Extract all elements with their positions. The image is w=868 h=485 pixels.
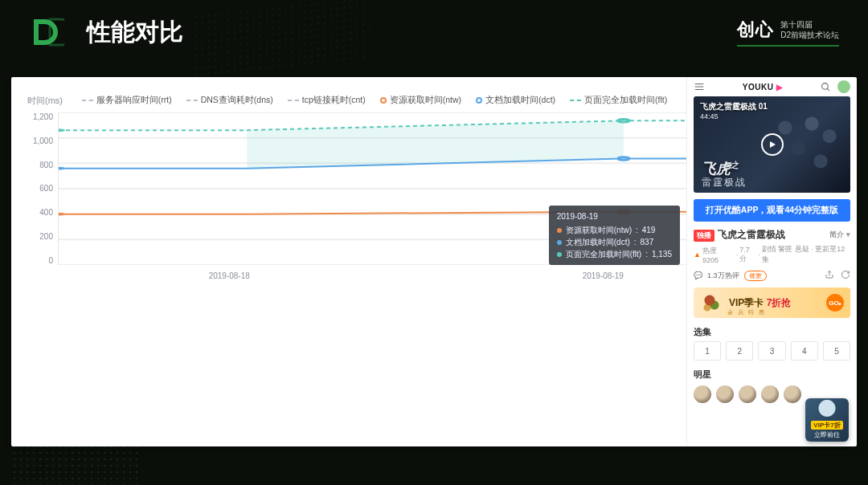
tooltip-row: 页面完全加载时间(flt):1,135 bbox=[557, 248, 672, 260]
chart-legend: 服务器响应时间(rrt) DNS查询耗时(dns) tcp链接耗时(cnt) 资… bbox=[63, 95, 686, 106]
y-tick: 1,000 bbox=[33, 137, 53, 145]
svg-point-10 bbox=[618, 157, 629, 160]
float-sub: 立即前往 bbox=[814, 430, 840, 439]
mobile-preview: YOUKU ▶ 飞虎之雷霆极战 01 44:45 飞虎之 雷霆极战 打开优酷AP… bbox=[686, 77, 857, 446]
episode-button[interactable]: 2 bbox=[726, 341, 753, 361]
open-app-button[interactable]: 打开优酷APP，观看44分钟完整版 bbox=[694, 199, 850, 222]
video-title: 独播飞虎之雷霆极战 bbox=[694, 228, 785, 242]
hero-episode-title: 飞虎之雷霆极战 01 bbox=[700, 101, 768, 112]
hero-duration: 44:45 bbox=[700, 112, 719, 120]
svg-point-13 bbox=[822, 83, 829, 89]
promo-text: VIP季卡 7折抢 bbox=[729, 296, 791, 310]
hero-logo-sub: 雷霆极战 bbox=[702, 176, 747, 190]
tooltip-row: 资源获取时间(ntw):419 bbox=[557, 224, 672, 236]
legend-dct[interactable]: 文档加载时间(dct) bbox=[476, 95, 555, 106]
cast-avatar[interactable] bbox=[716, 385, 734, 403]
svg-point-11 bbox=[59, 128, 65, 132]
x-tick: 2019-08-18 bbox=[209, 271, 250, 280]
event-name: D2前端技术论坛 bbox=[780, 30, 839, 40]
chart-area: 时间(ms) 服务器响应时间(rrt) DNS查询耗时(dns) tcp链接耗时… bbox=[11, 77, 686, 446]
promo-art-icon bbox=[700, 291, 724, 315]
cast-avatar[interactable] bbox=[694, 385, 711, 403]
slide-title: 性能对比 bbox=[87, 16, 183, 49]
y-tick: 400 bbox=[39, 208, 53, 217]
d2-logo-icon bbox=[29, 14, 64, 50]
event-brand: 创心 bbox=[737, 18, 774, 42]
legend-ntw[interactable]: 资源获取时间(ntw) bbox=[380, 95, 461, 106]
heat-icon: ▲ bbox=[694, 251, 701, 259]
menu-icon[interactable] bbox=[694, 81, 705, 92]
tooltip-row: 文档加载时间(dct):837 bbox=[557, 236, 672, 248]
y-tick: 1,200 bbox=[33, 112, 53, 121]
cast-heading: 明星 bbox=[687, 365, 857, 384]
episode-button[interactable]: 1 bbox=[694, 341, 721, 361]
x-tick: 2019-08-19 bbox=[583, 271, 624, 280]
youku-logo: YOUKU ▶ bbox=[743, 83, 783, 92]
avatar[interactable] bbox=[837, 80, 850, 93]
cast-avatar[interactable] bbox=[761, 385, 779, 403]
legend-cnt[interactable]: tcp链接耗时(cnt) bbox=[288, 95, 366, 106]
legend-flt[interactable]: 页面完全加载时间(flt) bbox=[570, 95, 667, 106]
vip-promo-banner[interactable]: VIP季卡 7折抢 会 员 特 惠 GO▸ bbox=[694, 287, 850, 318]
y-tick: 200 bbox=[39, 232, 53, 241]
video-hero[interactable]: 飞虎之雷霆极战 01 44:45 飞虎之 雷霆极战 bbox=[694, 96, 850, 193]
video-meta: ▲ 热度 9205·7.7分·剧情 警匪 悬疑 · 更新至12集 bbox=[694, 244, 850, 265]
search-icon[interactable] bbox=[821, 82, 831, 92]
event-branding: 创心 第十四届 D2前端技术论坛 bbox=[737, 18, 839, 47]
floating-promo-card[interactable]: VIP卡7折 立即前往 bbox=[805, 398, 849, 442]
y-tick: 600 bbox=[39, 184, 53, 193]
comment-count: 1.3万热评 bbox=[707, 271, 739, 281]
play-icon[interactable] bbox=[761, 133, 784, 156]
plot-region[interactable]: 2019-08-19 资源获取时间(ntw):419 文档加载时间(dct):8… bbox=[58, 112, 686, 265]
episodes-heading: 选集 bbox=[687, 323, 857, 341]
episode-grid: 1 2 3 4 5 bbox=[687, 341, 857, 365]
chart-tooltip: 2019-08-19 资源获取时间(ntw):419 文档加载时间(dct):8… bbox=[549, 206, 680, 265]
episode-button[interactable]: 4 bbox=[791, 341, 818, 361]
legend-dns[interactable]: DNS查询耗时(dns) bbox=[186, 95, 273, 106]
y-axis-title: 时间(ms) bbox=[27, 95, 63, 107]
comment-icon[interactable]: 💬 bbox=[694, 271, 702, 279]
y-tick: 0 bbox=[48, 256, 53, 265]
svg-point-12 bbox=[618, 120, 629, 122]
svg-point-7 bbox=[59, 213, 65, 216]
episode-button[interactable]: 3 bbox=[758, 341, 785, 361]
promo-go-button[interactable]: GO▸ bbox=[826, 294, 844, 312]
refresh-icon[interactable] bbox=[841, 270, 850, 281]
y-axis: 1,200 1,000 800 600 400 200 0 bbox=[19, 112, 58, 265]
urge-update-button[interactable]: 催更 bbox=[744, 271, 767, 281]
tooltip-date: 2019-08-19 bbox=[557, 210, 672, 222]
legend-rrt[interactable]: 服务器响应时间(rrt) bbox=[82, 95, 172, 106]
exclusive-tag: 独播 bbox=[694, 230, 714, 242]
promo-subtext: 会 员 特 惠 bbox=[727, 308, 766, 316]
content-panel: 时间(ms) 服务器响应时间(rrt) DNS查询耗时(dns) tcp链接耗时… bbox=[11, 77, 857, 446]
cast-avatar[interactable] bbox=[739, 385, 756, 403]
slide-header: 性能对比 创心 第十四届 D2前端技术论坛 bbox=[0, 0, 868, 64]
episode-button[interactable]: 5 bbox=[823, 341, 850, 361]
synopsis-toggle[interactable]: 简介 ▾ bbox=[829, 230, 850, 240]
promo-creature-icon bbox=[814, 400, 840, 421]
float-tag: VIP卡7折 bbox=[811, 421, 842, 430]
x-axis: 2019-08-18 2019-08-19 bbox=[58, 265, 686, 280]
cast-avatar[interactable] bbox=[784, 385, 801, 403]
share-icon[interactable] bbox=[825, 270, 834, 281]
event-edition: 第十四届 bbox=[780, 19, 839, 30]
y-tick: 800 bbox=[39, 161, 53, 169]
svg-point-9 bbox=[59, 167, 65, 170]
